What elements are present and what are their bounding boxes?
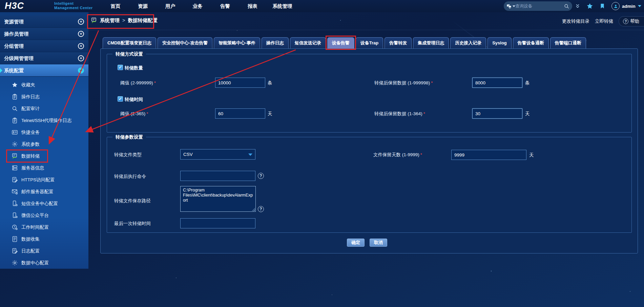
tab-device-alarm[interactable]: 设备告警	[327, 37, 354, 48]
tab-history-access-record[interactable]: 历史接入记录	[450, 37, 486, 48]
change-dump-dir-link[interactable]: 更改转储目录	[562, 18, 589, 24]
command-help-icon[interactable]: ?	[258, 173, 264, 179]
menu-service[interactable]: 业务	[184, 0, 211, 12]
cancel-button[interactable]: 取消	[370, 239, 387, 247]
breadcrumb: 系统管理 > 数据转储配置	[91, 17, 157, 24]
tab-alarm-device-updown[interactable]: 告警设备通断	[513, 37, 549, 48]
bookmark-icon[interactable]	[599, 3, 605, 9]
device-type-icon[interactable]	[506, 3, 515, 9]
sidebar-item-https-config[interactable]: HTTPS访问配置	[0, 174, 88, 186]
threshold-qty-unit: 条	[268, 80, 272, 86]
expand-plus-icon[interactable]: +	[78, 43, 84, 49]
menu-system[interactable]: 系统管理	[266, 0, 298, 12]
sidebar-item-system-params[interactable]: 系统参数	[0, 138, 88, 150]
mail-icon	[12, 188, 18, 195]
tab-sms-send-record[interactable]: 短信发送记录	[290, 37, 326, 48]
tab-policy-center-event[interactable]: 智能策略中心-事件	[214, 37, 260, 48]
tab-security-attack-alarm[interactable]: 安全控制中心-攻击告警	[158, 37, 212, 48]
ok-button[interactable]: 确定	[347, 239, 365, 247]
menu-user[interactable]: 用户	[157, 0, 184, 12]
menu-home[interactable]: 首页	[102, 0, 129, 12]
threshold-qty-input[interactable]	[215, 78, 265, 88]
sidebar-item-operation-log[interactable]: 操作日志	[0, 91, 88, 103]
search-input[interactable]	[515, 4, 564, 8]
tab-alarm-port-updown[interactable]: 告警端口通断	[550, 37, 586, 48]
dump-quantity-checkbox[interactable]: ✓	[118, 65, 123, 70]
path-help-icon[interactable]: ?	[258, 206, 264, 212]
sidebar-item-wechat-platform[interactable]: 微信公众平台	[0, 209, 88, 221]
sidebar-item-favorites[interactable]: 收藏夹	[0, 79, 88, 91]
sidebar-item-config-audit[interactable]: 配置审计	[0, 103, 88, 115]
breadcrumb-current: 数据转储配置	[128, 17, 157, 24]
threshold-qty-label: 阈值 (2-999999)*	[120, 80, 156, 86]
threshold-time-unit: 天	[268, 111, 272, 117]
clipboard-icon	[12, 117, 18, 124]
sidebar-item-datacenter-config[interactable]: 数据中心配置	[0, 257, 88, 269]
sidebar-item-mail-server-config[interactable]: 邮件服务器配置	[0, 186, 88, 198]
id-card-icon	[12, 129, 18, 136]
tab-alarm-forward[interactable]: 告警转发	[385, 37, 412, 48]
chevron-double-down-icon[interactable]	[575, 3, 580, 9]
logo-tagline: Intelligent Management Center	[54, 1, 93, 10]
sidebar-group-resource-mgmt[interactable]: 资源管理 +	[0, 16, 88, 28]
menu-alarm[interactable]: 告警	[211, 0, 239, 12]
h3c-logo: H3C	[5, 1, 24, 11]
sidebar-group-group-mgmt[interactable]: 分组管理 +	[0, 40, 88, 52]
tab-device-trap[interactable]: 设备Trap	[356, 37, 383, 48]
last-dump-time-input[interactable]	[180, 218, 255, 228]
sidebar-group-hierarchical-nms[interactable]: 分级网管管理 +	[0, 52, 88, 64]
threshold-time-input[interactable]	[215, 108, 265, 119]
sidebar-item-quick-service[interactable]: 快捷业务	[0, 126, 88, 138]
sidebar-group-operator-mgmt[interactable]: 操作员管理 +	[0, 28, 88, 40]
dump-path-label: 转储文件保存路径	[114, 198, 151, 204]
sidebar-item-log-config[interactable]: 日志配置	[0, 245, 88, 257]
menu-report[interactable]: 报表	[239, 0, 266, 12]
file-type-label: 转储文件类型	[114, 152, 142, 158]
keep-qty-input[interactable]	[472, 78, 522, 88]
user-menu[interactable]: admin	[611, 2, 641, 10]
sidebar-item-sms-center-config[interactable]: 短信业务中心配置	[0, 198, 88, 209]
expand-plus-icon[interactable]: +	[78, 55, 84, 61]
phone-icon	[12, 212, 18, 219]
sidebar-item-telnet-ssh-log[interactable]: Telnet/SSH代理操作日志	[0, 115, 88, 126]
tab-integration-log[interactable]: 集成管理日志	[413, 37, 449, 48]
collapse-minus-icon[interactable]: −	[78, 67, 84, 74]
dump-params-section: 转储参数设置 转储文件类型 CSV 文件保留天数 (1-9999)* 天 转储后…	[107, 137, 632, 233]
expand-plus-icon[interactable]: +	[78, 19, 84, 25]
keep-time-unit: 天	[525, 111, 530, 117]
post-dump-command-input[interactable]	[180, 171, 255, 181]
tab-cmdb-change-log[interactable]: CMDB配置项变更日志	[103, 37, 156, 48]
document-icon	[12, 236, 18, 242]
breadcrumb-bar: 系统管理 > 数据转储配置 更改转储目录 立即转储 ? 帮助	[88, 12, 644, 30]
dump-time-checkbox[interactable]: ✓	[118, 96, 123, 102]
data-dump-icon	[91, 17, 97, 24]
main-menu: 首页 资源 用户 业务 告警 报表 系统管理	[102, 0, 298, 12]
sidebar-item-data-collection[interactable]: 数据收集	[0, 233, 88, 245]
device-search-box	[504, 1, 572, 11]
search-icon[interactable]	[564, 3, 569, 9]
tab-operation-log[interactable]: 操作日志	[262, 37, 289, 48]
user-caret-icon	[638, 5, 641, 7]
help-button[interactable]: ? 帮助	[619, 16, 644, 26]
file-type-select[interactable]: CSV	[180, 149, 255, 160]
sidebar-item-worktime-config[interactable]: 工作时间配置	[0, 221, 88, 233]
keep-time-input[interactable]	[472, 108, 522, 119]
server-icon	[12, 165, 18, 171]
breadcrumb-parent[interactable]: 系统管理	[100, 17, 120, 24]
section-title: 转储参数设置	[112, 134, 146, 140]
expand-plus-icon[interactable]: +	[78, 31, 84, 37]
username: admin	[622, 4, 636, 9]
keep-days-input[interactable]	[451, 150, 526, 160]
sidebar-group-system-config[interactable]: 系统配置 −	[0, 64, 88, 77]
tab-syslog[interactable]: Syslog	[487, 37, 512, 48]
dump-now-link[interactable]: 立即转储	[595, 18, 613, 24]
last-dump-time-label: 最后一次转储时间	[114, 221, 151, 227]
menu-resource[interactable]: 资源	[129, 0, 157, 12]
dump-path-textarea[interactable]: C:\Program Files\iMC\client\backup\devAl…	[180, 186, 256, 212]
keep-qty-unit: 条	[525, 80, 530, 86]
favorites-star-icon[interactable]	[586, 3, 593, 9]
page-actions: 更改转储目录 立即转储 ? 帮助	[562, 15, 644, 28]
sidebar-item-data-dump[interactable]: 数据转储	[0, 150, 88, 162]
dump-mode-section: 转储方式设置 ✓ 转储数量 阈值 (2-999999)* 条 转储后保留数据 (…	[107, 54, 632, 132]
sidebar-item-server-info[interactable]: 服务器信息	[0, 162, 88, 174]
